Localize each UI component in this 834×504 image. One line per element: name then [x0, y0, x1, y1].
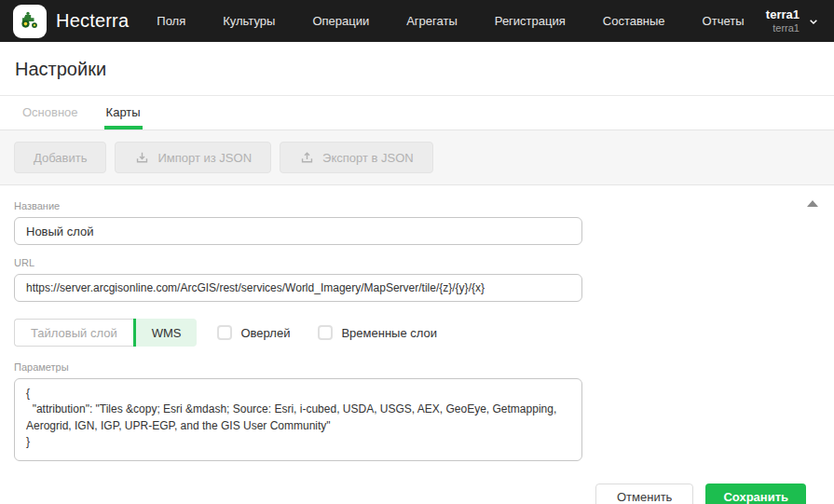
- app-header: Hecterra Поля Культуры Операции Агрегаты…: [0, 0, 834, 42]
- form-footer: Отменить Сохранить: [14, 484, 820, 504]
- layer-checkboxes: Оверлей Временные слои: [217, 325, 437, 340]
- params-field-label: Параметры: [14, 361, 820, 373]
- layer-type-wms-option[interactable]: WMS: [136, 319, 198, 347]
- main-nav: Поля Культуры Операции Агрегаты Регистра…: [157, 14, 744, 28]
- nav-item-registration[interactable]: Регистрация: [495, 14, 566, 28]
- nav-item-fields[interactable]: Поля: [157, 14, 185, 28]
- nav-item-reports[interactable]: Отчеты: [703, 14, 745, 28]
- overlay-checkbox-label: Оверлей: [240, 326, 290, 340]
- tractor-icon: [19, 8, 41, 34]
- import-json-button[interactable]: Импорт из JSON: [115, 142, 271, 173]
- url-input[interactable]: [14, 274, 582, 302]
- cancel-button[interactable]: Отменить: [595, 484, 693, 504]
- overlay-checkbox[interactable]: Оверлей: [217, 325, 290, 340]
- params-block: Параметры: [14, 361, 820, 461]
- temporal-layers-checkbox-label: Временные слои: [341, 326, 437, 340]
- export-json-label: Экспорт в JSON: [322, 151, 414, 165]
- layer-options-row: Тайловый слой WMS Оверлей Временные слои: [14, 319, 820, 347]
- download-icon: [134, 150, 150, 166]
- export-json-button[interactable]: Экспорт в JSON: [280, 142, 433, 173]
- temporal-layers-checkbox[interactable]: Временные слои: [318, 325, 437, 340]
- layer-form: Название URL Тайловый слой WMS Оверлей В…: [0, 185, 834, 504]
- nav-item-operations[interactable]: Операции: [312, 14, 369, 28]
- app-logo[interactable]: [13, 5, 47, 38]
- name-input[interactable]: [14, 217, 582, 245]
- temporal-layers-checkbox-box[interactable]: [318, 325, 333, 340]
- layer-type-switch: Тайловый слой WMS: [14, 319, 197, 347]
- layer-type-tile-option[interactable]: Тайловый слой: [14, 319, 133, 347]
- user-name: terra1: [766, 7, 800, 22]
- save-button[interactable]: Сохранить: [705, 484, 806, 504]
- brand-title: Hecterra: [56, 10, 129, 32]
- add-button[interactable]: Добавить: [14, 142, 106, 173]
- tab-general[interactable]: Основное: [21, 96, 80, 129]
- page-title: Настройки: [0, 42, 834, 95]
- add-button-label: Добавить: [34, 151, 87, 165]
- user-menu[interactable]: terra1 terra1: [766, 7, 821, 35]
- url-field-label: URL: [14, 257, 820, 268]
- collapse-panel-icon[interactable]: [807, 200, 818, 207]
- user-account: terra1: [766, 22, 800, 35]
- import-json-label: Импорт из JSON: [157, 151, 252, 165]
- params-textarea[interactable]: [14, 378, 582, 461]
- overlay-checkbox-box[interactable]: [217, 325, 232, 340]
- nav-item-cultures[interactable]: Культуры: [223, 14, 275, 28]
- name-field-label: Название: [14, 200, 820, 211]
- nav-item-composites[interactable]: Составные: [603, 14, 665, 28]
- tab-maps[interactable]: Карты: [104, 96, 143, 129]
- settings-tabbar: Основное Карты: [0, 95, 834, 129]
- maps-toolbar: Добавить Импорт из JSON Экспорт в JSON: [0, 129, 834, 185]
- chevron-down-icon: [806, 14, 821, 29]
- upload-icon: [299, 150, 315, 166]
- nav-item-units[interactable]: Агрегаты: [406, 14, 458, 28]
